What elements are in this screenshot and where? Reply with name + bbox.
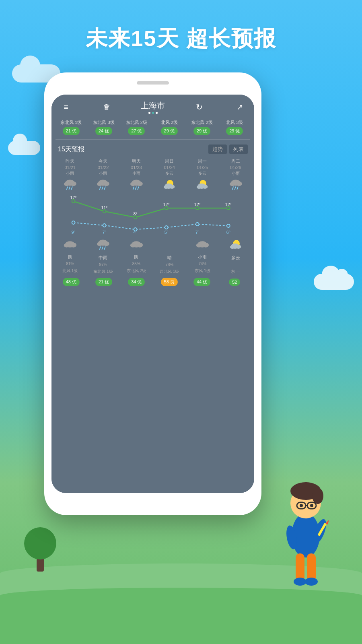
forecast-tabs: 趋势 列表 bbox=[208, 144, 248, 154]
night-wind: 北风 1级 bbox=[62, 268, 78, 274]
forecast-header: 15天预报 趋势 列表 bbox=[51, 140, 254, 158]
svg-point-77 bbox=[97, 242, 102, 246]
night-weather-text: 晴 bbox=[167, 255, 172, 261]
dot-2 bbox=[152, 112, 154, 114]
svg-line-34 bbox=[138, 187, 139, 190]
wind-label: 东北风 2级 bbox=[191, 120, 212, 125]
aq-badge: 27 优 bbox=[128, 127, 145, 135]
night-column: 晴 78% 西北风 1级 bbox=[153, 239, 185, 275]
day-weather-icon bbox=[96, 179, 110, 194]
night-percent: 78% bbox=[165, 262, 173, 268]
aq-top-item: 东北风 2级 27 优 bbox=[121, 120, 152, 135]
night-wind: 东风 1级 bbox=[195, 268, 210, 274]
bottom-aq-item: 21 优 bbox=[88, 278, 119, 286]
bottom-aq-badge: 48 优 bbox=[63, 278, 80, 286]
phone-frame: ≡ ♛ 上海市 ↻ ↗ 东北风 1级 21 优 东北风 3级 24 优 东北风 bbox=[44, 72, 261, 515]
day-column: 明天 01/23 小雨 bbox=[120, 158, 152, 195]
dot-3 bbox=[156, 112, 158, 114]
svg-point-42 bbox=[202, 185, 208, 189]
day-date: 01/25 bbox=[197, 165, 208, 170]
aq-top-item: 东北风 2级 29 优 bbox=[186, 120, 217, 135]
night-weather-icon bbox=[162, 239, 176, 254]
phone-content: ≡ ♛ 上海市 ↻ ↗ 东北风 1级 21 优 东北风 3级 24 优 东北风 bbox=[51, 95, 254, 493]
svg-text:17°: 17° bbox=[70, 195, 77, 200]
svg-point-84 bbox=[137, 243, 143, 248]
night-wind: 东北风 1级 bbox=[93, 269, 113, 275]
svg-text:9°: 9° bbox=[71, 230, 75, 235]
bottom-aq-badge: 52 bbox=[229, 279, 240, 286]
day-weather-icon bbox=[162, 179, 176, 194]
share-icon[interactable]: ↗ bbox=[233, 102, 246, 112]
svg-rect-10 bbox=[307, 553, 316, 582]
day-label: 周日 bbox=[165, 158, 174, 164]
header-bar: ≡ ♛ 上海市 ↻ ↗ bbox=[51, 95, 254, 117]
svg-text:12°: 12° bbox=[163, 202, 170, 207]
bottom-aq-item: 58 良 bbox=[154, 278, 185, 286]
day-column: 周一 01/25 多云 bbox=[186, 158, 218, 195]
day-column: 今天 01/22 小雨 bbox=[87, 158, 119, 195]
tab-list[interactable]: 列表 bbox=[229, 144, 248, 154]
night-weather-icon bbox=[63, 239, 77, 253]
day-weather-icon bbox=[63, 179, 77, 194]
svg-point-49 bbox=[72, 200, 75, 203]
svg-point-58 bbox=[165, 226, 168, 229]
aq-top-item: 东北风 1级 21 优 bbox=[56, 120, 86, 135]
svg-point-30 bbox=[130, 182, 136, 186]
svg-point-51 bbox=[134, 216, 137, 219]
aq-badge: 29 优 bbox=[226, 127, 243, 135]
day-weather-text: 多云 bbox=[165, 171, 173, 176]
tree-decoration bbox=[24, 527, 56, 572]
svg-text:8°: 8° bbox=[134, 211, 138, 216]
aq-top-item: 东北风 3级 24 优 bbox=[88, 120, 119, 135]
dot-1 bbox=[148, 112, 150, 114]
night-grid: 阴 81% 北风 1级 中雨 97% 东北风 1级 阴 85% 东北风 2级 晴… bbox=[51, 235, 254, 275]
svg-line-28 bbox=[105, 187, 106, 190]
wind-label: 北风 3级 bbox=[226, 120, 243, 125]
cloud-decoration-left bbox=[8, 141, 40, 155]
tab-trend[interactable]: 趋势 bbox=[208, 144, 227, 154]
svg-point-59 bbox=[196, 223, 199, 226]
svg-point-87 bbox=[203, 243, 209, 248]
day-date: 01/23 bbox=[131, 165, 142, 170]
svg-point-38 bbox=[169, 185, 175, 189]
night-weather-icon bbox=[96, 239, 110, 254]
night-percent: 85% bbox=[132, 261, 140, 267]
wind-label: 东北风 1级 bbox=[60, 120, 82, 125]
bottom-aq-item: 34 优 bbox=[121, 278, 152, 286]
svg-point-78 bbox=[103, 242, 109, 246]
night-wind: 西北风 1级 bbox=[160, 269, 179, 275]
svg-point-54 bbox=[227, 206, 230, 210]
night-column: 小雨 74% 东风 1级 bbox=[186, 239, 218, 275]
main-title: 未来15天 超长预报 bbox=[0, 24, 362, 54]
svg-text:11°: 11° bbox=[101, 205, 108, 210]
night-weather-text: 阴 bbox=[68, 254, 72, 260]
day-date: 01/22 bbox=[98, 165, 109, 170]
svg-point-50 bbox=[103, 210, 106, 213]
svg-point-53 bbox=[196, 206, 199, 210]
night-wind: 东 — bbox=[231, 269, 240, 275]
day-weather-text: 小雨 bbox=[232, 171, 240, 176]
svg-line-46 bbox=[232, 187, 233, 190]
svg-point-74 bbox=[64, 244, 70, 248]
svg-text:4°: 4° bbox=[134, 230, 138, 235]
wind-label: 东北风 3级 bbox=[93, 120, 114, 125]
night-weather-text: 中雨 bbox=[99, 255, 107, 261]
night-weather-icon bbox=[195, 239, 209, 253]
crown-icon[interactable]: ♛ bbox=[100, 102, 113, 112]
svg-point-41 bbox=[197, 186, 202, 189]
svg-point-24 bbox=[97, 182, 102, 186]
temp-chart: 17° 11° 8° 12° 12° 12° 9° 7° 4° 5° 7° 6° bbox=[54, 195, 252, 235]
aq-top-item: 北风 3级 29 优 bbox=[219, 120, 250, 135]
menu-icon[interactable]: ≡ bbox=[60, 103, 72, 112]
svg-point-60 bbox=[227, 224, 230, 227]
svg-point-75 bbox=[70, 243, 76, 248]
day-label: 明天 bbox=[132, 158, 141, 164]
day-weather-text: 小雨 bbox=[66, 171, 74, 176]
svg-line-48 bbox=[237, 187, 238, 190]
temp-chart-svg: 17° 11° 8° 12° 12° 12° 9° 7° 4° 5° 7° 6° bbox=[58, 195, 248, 235]
page-dots bbox=[141, 112, 165, 114]
svg-line-79 bbox=[100, 247, 101, 250]
refresh-icon[interactable]: ↻ bbox=[193, 102, 206, 112]
cloud-decoration-right bbox=[314, 274, 354, 290]
days-grid: 昨天 01/21 小雨 今天 01/22 小雨 明天 01/23 小雨 周日 bbox=[51, 158, 254, 195]
